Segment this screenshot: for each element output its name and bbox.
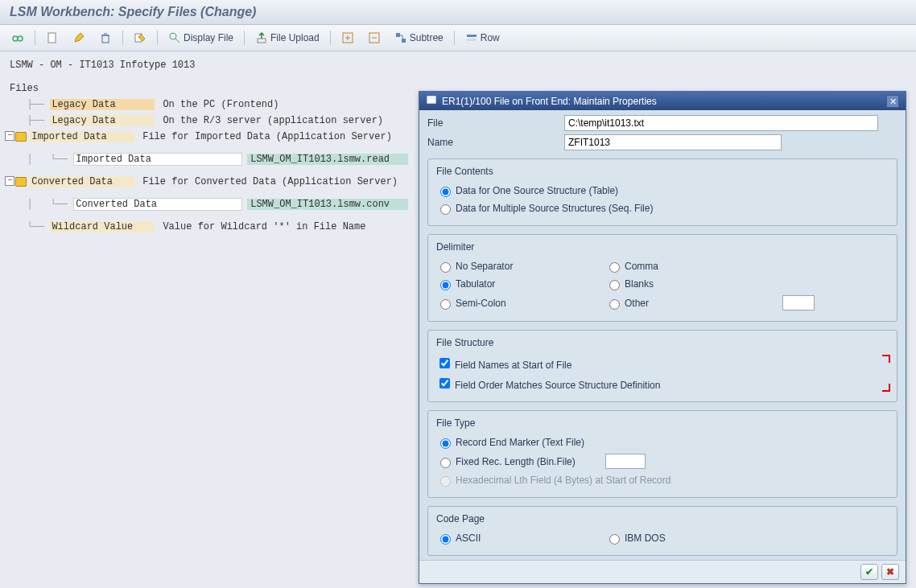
file-upload-label: File Upload xyxy=(270,32,320,43)
radio-no-separator[interactable]: No Separator xyxy=(436,260,605,273)
radio-other[interactable]: Other xyxy=(605,297,774,310)
separator xyxy=(157,31,158,45)
pencil-icon xyxy=(72,31,85,44)
highlight-corner-icon xyxy=(882,355,890,363)
svg-rect-13 xyxy=(427,97,436,104)
group-title: Code Page xyxy=(436,513,889,524)
group-file-type: File Type Record End Marker (Text File) … xyxy=(427,410,897,498)
group-title: File Type xyxy=(436,417,889,429)
new-button[interactable] xyxy=(41,28,64,47)
subtree-label: Subtree xyxy=(410,32,444,43)
folder-open-icon[interactable] xyxy=(15,132,27,142)
expand-button[interactable] xyxy=(336,28,359,47)
separator xyxy=(244,31,245,45)
dialog-icon xyxy=(426,94,437,108)
svg-rect-12 xyxy=(467,39,477,41)
file-input[interactable] xyxy=(564,115,878,131)
separator xyxy=(122,31,123,45)
tree-desc: File for Imported Data (Application Serv… xyxy=(142,131,392,142)
execute-button[interactable] xyxy=(6,28,29,47)
row-icon xyxy=(465,31,478,44)
radio-hex-length: Hexadecimal Lth Field (4 Bytes) at Start… xyxy=(436,474,726,487)
highlight-corner-icon xyxy=(882,384,890,392)
radio-tabulator[interactable]: Tabulator xyxy=(436,278,605,290)
radio-ascii[interactable]: ASCII xyxy=(436,532,605,545)
document-icon xyxy=(46,31,59,44)
tree-node-legacy-r3[interactable]: Legacy Data xyxy=(50,115,155,126)
display-icon xyxy=(168,31,181,44)
fixed-length-input[interactable] xyxy=(605,454,646,469)
name-input[interactable] xyxy=(564,134,782,150)
svg-rect-6 xyxy=(258,39,266,43)
subtree-button[interactable]: Subtree xyxy=(390,28,448,47)
display-file-label: Display File xyxy=(184,32,233,43)
dialog-close-button[interactable]: ✕ xyxy=(886,95,899,108)
tree-node-converted-file-label[interactable]: Converted Data xyxy=(73,198,242,211)
check-field-order[interactable]: Field Order Matches Source Structure Def… xyxy=(436,376,660,391)
pencil-doc-icon xyxy=(134,31,146,44)
trash-icon xyxy=(99,31,112,44)
radio-record-end[interactable]: Record End Marker (Text File) xyxy=(436,436,646,449)
row-button[interactable]: Row xyxy=(460,28,505,47)
edit-button[interactable] xyxy=(68,28,90,47)
radio-one-source[interactable]: Data for One Source Structure (Table) xyxy=(436,184,618,197)
tree-desc: On the R/3 server (application server) xyxy=(163,115,383,126)
row-label: Row xyxy=(481,32,500,43)
page-title: LSM Workbench: Specify Files (Change) xyxy=(10,5,906,19)
tree-node-wildcard[interactable]: Wildcard Value xyxy=(50,221,155,232)
project-line: LSMW - OM - IT1013 Infotype 1013 xyxy=(10,60,906,71)
group-title: File Contents xyxy=(436,166,889,177)
svg-rect-2 xyxy=(48,33,56,43)
collapse-icon xyxy=(368,31,381,44)
tree-node-converted[interactable]: Converted Data xyxy=(30,176,134,187)
toolbar: Display File File Upload Subtree Row xyxy=(0,25,916,51)
svg-rect-9 xyxy=(396,33,400,37)
svg-point-0 xyxy=(13,36,18,41)
cancel-button[interactable]: ✖ xyxy=(881,564,899,580)
tree-desc: File for Converted Data (Application Ser… xyxy=(142,176,398,187)
glasses-icon xyxy=(11,31,24,44)
svg-rect-11 xyxy=(467,35,477,37)
group-delimiter: Delimiter No Separator Comma Tabulator B… xyxy=(427,234,897,322)
tree-node-imported[interactable]: Imported Data xyxy=(30,131,134,142)
folder-open-icon[interactable] xyxy=(15,177,27,187)
group-title: File Structure xyxy=(436,337,889,348)
dialog-titlebar[interactable]: ER1(1)/100 File on Front End: Maintain P… xyxy=(419,92,906,110)
separator xyxy=(454,31,455,45)
svg-rect-3 xyxy=(102,35,109,43)
collapse-button[interactable] xyxy=(363,28,386,47)
radio-semicolon[interactable]: Semi-Colon xyxy=(436,297,605,310)
svg-point-1 xyxy=(18,36,23,41)
radio-blanks[interactable]: Blanks xyxy=(605,278,774,290)
ok-button[interactable]: ✔ xyxy=(860,564,878,580)
tree-file-imported: LSMW_OM_IT1013.lsmw.read xyxy=(247,154,408,165)
radio-multi-source[interactable]: Data for Multiple Source Structures (Seq… xyxy=(436,202,653,215)
file-upload-button[interactable]: File Upload xyxy=(250,28,324,47)
tree-desc: On the PC (Frontend) xyxy=(163,99,279,110)
name-label: Name xyxy=(427,137,564,148)
tree-node-imported-file-label[interactable]: Imported Data xyxy=(73,153,242,166)
tree-file-converted: LSMW_OM_IT1013.lsmw.conv xyxy=(247,199,408,210)
radio-ibm-dos[interactable]: IBM DOS xyxy=(605,532,774,545)
radio-fixed-length[interactable]: Fixed Rec. Length (Bin.File) xyxy=(436,455,597,468)
group-file-contents: File Contents Data for One Source Struct… xyxy=(427,158,897,226)
title-bar: LSM Workbench: Specify Files (Change) xyxy=(0,0,916,25)
tree-desc: Value for Wildcard '*' in File Name xyxy=(163,221,365,232)
group-file-structure: File Structure Field Names at Start of F… xyxy=(427,330,897,402)
dialog-footer: ✔ ✖ xyxy=(419,560,906,583)
upload-icon xyxy=(255,31,268,44)
subtree-icon xyxy=(394,31,407,44)
file-label: File xyxy=(427,117,564,129)
display-file-button[interactable]: Display File xyxy=(163,28,238,47)
radio-comma[interactable]: Comma xyxy=(605,260,774,273)
tree-node-legacy-pc[interactable]: Legacy Data xyxy=(50,99,155,110)
check-field-names[interactable]: Field Names at Start of File xyxy=(436,356,571,371)
dialog-title: ER1(1)/100 File on Front End: Maintain P… xyxy=(442,96,657,107)
other-delimiter-input[interactable] xyxy=(782,295,815,310)
tree-root-label: Files xyxy=(10,83,39,94)
separator xyxy=(330,31,331,45)
group-title: Delimiter xyxy=(436,241,889,253)
delete-button[interactable] xyxy=(94,28,117,47)
change-button[interactable] xyxy=(129,28,151,47)
svg-point-5 xyxy=(170,33,176,39)
